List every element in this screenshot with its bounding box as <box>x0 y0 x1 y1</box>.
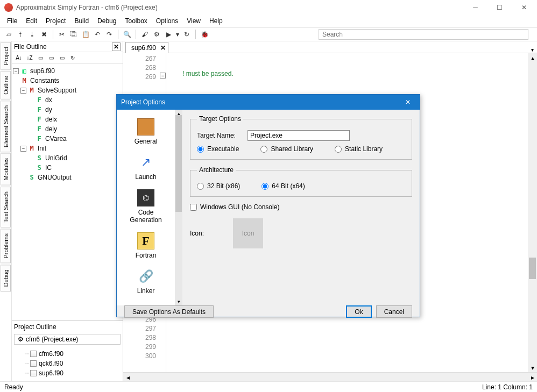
checkbox-windows-gui[interactable]: Windows GUI (No Console) <box>190 203 279 211</box>
save-icon[interactable]: ⭳ <box>27 29 38 40</box>
tree-sub-unigrid[interactable]: UniGrid <box>45 154 67 162</box>
vtab-modules[interactable]: Modules <box>1 153 11 186</box>
horizontal-scrollbar[interactable]: ◂ ▸ <box>123 372 537 381</box>
menu-edit[interactable]: Edit <box>22 16 41 26</box>
sort-asc-icon[interactable]: A↓ <box>14 53 24 63</box>
open-icon[interactable]: ⭱ <box>15 29 26 40</box>
scroll-right-icon[interactable]: ▸ <box>528 373 537 382</box>
radio-input[interactable] <box>197 183 204 190</box>
tab-overflow-icon[interactable]: ▾ <box>531 47 534 53</box>
vtab-outline[interactable]: Outline <box>1 71 11 99</box>
delete-icon[interactable]: ✖ <box>39 29 50 40</box>
vtab-debug[interactable]: Debug <box>1 265 11 291</box>
settings-icon[interactable]: ⚙ <box>151 29 162 40</box>
cut-icon[interactable]: ✂ <box>56 29 67 40</box>
file-outline-tree[interactable]: −◧sup6.f90 MConstants −MSolveSupport Fdx… <box>12 64 123 320</box>
nav-fortran[interactable]: F Fortran <box>122 230 170 263</box>
stop-icon[interactable]: ↻ <box>181 29 192 40</box>
list-item[interactable]: ┈sup6.f90 <box>15 368 119 378</box>
radio-shared-library[interactable]: Shared Library <box>260 145 313 153</box>
icon-well[interactable]: Icon <box>233 218 263 248</box>
tree-module-init[interactable]: Init <box>38 145 46 152</box>
menu-view[interactable]: View <box>183 16 204 26</box>
copy-icon[interactable]: ⿻ <box>68 29 79 40</box>
filter1-icon[interactable]: ▭ <box>36 53 45 63</box>
dialog-close-icon[interactable]: ✕ <box>400 95 415 110</box>
save-defaults-button[interactable]: Save Options As Defaults <box>124 305 214 318</box>
list-item[interactable]: ┈cfm6.f90 <box>15 349 119 359</box>
nav-launch[interactable]: ↗ Launch <box>122 152 170 185</box>
tree-sub-ic[interactable]: IC <box>45 164 52 172</box>
filter2-icon[interactable]: ▭ <box>46 53 56 63</box>
menu-options[interactable]: Options <box>152 16 182 26</box>
radio-input[interactable] <box>197 146 204 153</box>
fold-icon[interactable]: − <box>160 73 166 79</box>
scroll-up-icon[interactable]: ▴ <box>528 53 537 62</box>
close-button[interactable]: ✕ <box>512 0 536 15</box>
run-drop-icon[interactable]: ▾ <box>175 29 180 40</box>
panel-close-icon[interactable]: ✕ <box>112 42 121 51</box>
paste-icon[interactable]: 📋 <box>80 29 91 40</box>
tree-file[interactable]: sup6.f90 <box>30 67 55 75</box>
vtab-problems[interactable]: Problems <box>1 229 11 263</box>
menu-project[interactable]: Project <box>42 16 69 26</box>
menu-toolbox[interactable]: Toolbox <box>121 16 151 26</box>
radio-input[interactable] <box>260 146 267 153</box>
radio-32bit[interactable]: 32 Bit (x86) <box>197 182 240 190</box>
scroll-thumb[interactable] <box>529 258 536 279</box>
checkbox-input[interactable] <box>190 204 197 211</box>
scroll-down-icon[interactable]: ▾ <box>528 363 537 372</box>
scroll-down-icon[interactable]: ▾ <box>175 298 182 305</box>
scroll-thumb[interactable] <box>175 115 182 212</box>
maximize-button[interactable]: ☐ <box>487 0 512 15</box>
radio-input[interactable] <box>262 183 268 190</box>
tree-toggle-icon[interactable]: − <box>13 68 19 74</box>
nav-scrollbar[interactable]: ▴ ▾ <box>175 110 182 305</box>
tree-fn-delx[interactable]: delx <box>45 116 57 123</box>
tree-fn-cvarea[interactable]: CVarea <box>45 135 67 142</box>
refresh-icon[interactable]: ↻ <box>68 53 77 63</box>
vtab-text-search[interactable]: Text Search <box>1 187 11 227</box>
scroll-left-icon[interactable]: ◂ <box>123 373 132 382</box>
menu-debug[interactable]: Debug <box>94 16 120 26</box>
list-item[interactable]: ┈qck6.f90 <box>15 359 119 368</box>
nav-code-generation[interactable]: ⌬ Code Generation <box>122 187 170 228</box>
menu-help[interactable]: Help <box>206 16 227 26</box>
debug-icon[interactable]: 🐞 <box>199 29 210 40</box>
sort-desc-icon[interactable]: ↓Z <box>25 53 34 63</box>
ok-button[interactable]: Ok <box>346 305 371 318</box>
filter3-icon[interactable]: ▭ <box>57 53 67 63</box>
tab-close-icon[interactable]: ✕ <box>160 44 166 52</box>
new-file-icon[interactable]: ▱ <box>3 29 14 40</box>
project-outline-project[interactable]: ⚙ cfm6 (Project.exe) <box>14 334 121 345</box>
radio-input[interactable] <box>335 146 342 153</box>
tree-fn-dely[interactable]: dely <box>45 125 57 133</box>
tree-toggle-icon[interactable]: − <box>20 146 26 152</box>
tree-fn-dx[interactable]: dx <box>45 96 52 104</box>
nav-general[interactable]: General <box>122 116 170 149</box>
nav-linker[interactable]: 🔗 Linker <box>122 266 170 299</box>
redo-icon[interactable]: ↷ <box>104 29 115 40</box>
tree-fn-dy[interactable]: dy <box>45 106 52 113</box>
radio-static-library[interactable]: Static Library <box>335 145 383 153</box>
tree-module-constants[interactable]: Constants <box>30 77 59 84</box>
menu-file[interactable]: File <box>3 16 21 26</box>
clean-icon[interactable]: 🖌 <box>139 29 150 40</box>
target-name-input[interactable] <box>248 130 350 141</box>
editor-tab[interactable]: sup6.f90 ✕ <box>125 42 168 53</box>
vertical-scrollbar[interactable]: ▴ ▾ <box>528 53 537 372</box>
undo-icon[interactable]: ↶ <box>92 29 103 40</box>
radio-64bit[interactable]: 64 Bit (x64) <box>262 182 305 190</box>
minimize-button[interactable]: ─ <box>463 0 487 15</box>
run-icon[interactable]: ▶ <box>163 29 174 40</box>
search-input[interactable] <box>319 29 528 40</box>
tree-sub-gnuoutput[interactable]: GNUOutput <box>38 174 72 181</box>
tree-module-solvesupport[interactable]: SolveSupport <box>38 87 76 94</box>
dialog-titlebar[interactable]: Project Options ✕ <box>117 95 420 110</box>
vtab-project[interactable]: Project <box>1 42 11 70</box>
menu-build[interactable]: Build <box>70 16 93 26</box>
cancel-button[interactable]: Cancel <box>376 305 412 318</box>
vtab-element-search[interactable]: Element Search <box>1 101 11 152</box>
find-icon[interactable]: 🔍 <box>122 29 132 40</box>
tree-toggle-icon[interactable]: − <box>20 88 26 94</box>
